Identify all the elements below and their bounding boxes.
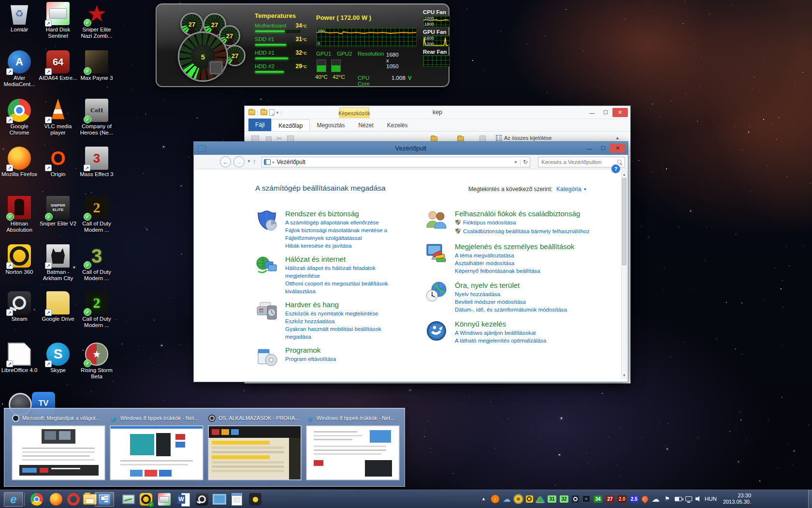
taskbar-preview[interactable]: OS, ALKALMAZÁSOK - PROHA... [208,413,302,482]
taskbar-app-cpanel[interactable] [95,492,114,507]
show-desktop-button[interactable] [808,490,812,508]
category-link[interactable]: A látható megjelenítés optimalizálása [455,337,546,344]
action-center-flag-icon[interactable]: ⚑ [663,495,671,503]
desktop-icon-skype[interactable]: S↗Skype [39,343,77,374]
steam-tray-icon[interactable] [572,495,579,503]
cp-titlebar[interactable]: Vezérlőpult — ☐ ✕ [194,142,628,155]
taskbar-app-photo[interactable] [210,492,229,507]
breadcrumb-location[interactable]: Vezérlőpult [277,159,305,165]
desktop-icon-aida64-extre[interactable]: 64↗AIDA64 Extre... [39,50,77,81]
ribbon-collapse-icon[interactable]: ▲ [615,135,620,140]
sensor-badge-31[interactable]: 31 [548,495,556,503]
up-button[interactable]: ↑ [253,158,256,165]
taskbar-preview[interactable]: eWindows 8 tippek-trükkök - Net... [110,413,204,482]
hidden-icons-chevron-icon[interactable]: ▲ [479,495,488,503]
desktop-icon-libreoffice-4-0[interactable]: ↗LibreOffice 4.0 [0,343,39,374]
forward-button[interactable]: → [233,156,245,167]
explorer-titlebar[interactable]: | ▾ | Képeszközök kep — ☐ ✕ [245,106,630,119]
desktop-icon-mass-effect-3[interactable]: 3↗Mass Effect 3 [77,147,116,178]
category-link[interactable]: Családbiztonság beállítása bármely felha… [455,227,589,236]
desktop-icon-steam[interactable]: ↗Steam [0,291,39,322]
clock[interactable]: 23:302013.05.30. [723,493,751,505]
taskbar-app-misc[interactable] [246,492,265,507]
desktop-icon-lomt-r[interactable]: ♻Lomtár [0,2,39,33]
upload-tray-icon[interactable]: ↑ [491,495,499,503]
desktop-icon-google-chrome[interactable]: ↗Google Chrome [0,99,39,135]
help-button[interactable]: ? [611,164,620,173]
category-link[interactable]: Fióktípus módosítása [455,219,589,227]
norton-tray-icon[interactable] [526,495,533,503]
desktop-icon-call-of-duty-modern[interactable]: 3✓Call of Duty Modern ... [77,244,116,281]
category-link[interactable]: A számítógép állapotának ellenőrzése [285,219,400,226]
tab-fájl[interactable]: Fájl [248,119,271,131]
category-link[interactable]: Beviteli módszer módosítása [455,298,567,306]
category-title[interactable]: Felhasználói fiókok és családbiztonság [455,209,589,219]
vertical-scrollbar[interactable]: ▲ ▼ [621,171,627,379]
search-input[interactable] [540,159,617,165]
search-icon[interactable] [617,160,623,165]
language-indicator[interactable]: HUN [705,495,717,503]
select-all-button[interactable]: Az összes kijelölése [496,135,551,141]
minimize-button[interactable]: — [583,144,596,153]
desktop-icon-sniper-elite-nazi-zomb[interactable]: ★✓Sniper Elite Nazi Zomb... [77,2,116,39]
category-link[interactable]: A Windows ajánljon beállításokat [455,329,546,337]
desktop-icon-call-of-duty-modern[interactable]: 2✓Call of Duty Modern ... [77,291,116,328]
desktop-icon-norton-360[interactable]: ↗Norton 360 [0,244,39,275]
taskbar-app-steam[interactable] [192,492,212,507]
taskbar-preview[interactable]: eWindows 8 tippek-trükkök - Net... [306,413,400,482]
category-link[interactable]: Képernyő felbontásának beállítása [455,267,575,275]
category-link[interactable]: Eszköz hozzáadása [285,317,400,325]
minimize-button[interactable]: — [585,108,599,117]
cloud-tray-icon[interactable]: ☁ [503,495,511,503]
taskbar-app-perfmon[interactable] [119,492,138,507]
picasa-tray-icon[interactable] [514,495,522,503]
refresh-icon[interactable]: ↻ [523,159,528,165]
monitor-graph-tray-icon[interactable]: ≈ [582,495,590,502]
taskbar-app-notepad[interactable] [227,492,246,507]
desktop-icon-batman-arkham-city[interactable]: ↗Batman - Arkham City [39,244,77,281]
category-title[interactable]: Rendszer és biztonság [285,209,400,219]
category-title[interactable]: Hardver és hang [285,300,400,310]
drop-tray-icon[interactable] [640,494,649,503]
desktop-icon-hard-disk-sentinel[interactable]: ↗Hard Disk Sentinel [39,2,77,39]
google-drive-tray-icon[interactable] [536,496,544,502]
close-button[interactable]: ✕ [612,108,628,117]
category-link[interactable]: Fájlok biztonsági másolatának mentése a … [285,226,400,242]
category-link[interactable]: Hálózati állapot és hálózati feladatok m… [285,264,400,280]
category-title[interactable]: Könnyű kezelés [455,319,546,329]
sensor-badge-32[interactable]: 32 [560,495,568,503]
sensor-badge-2.0[interactable]: 2.0 [618,495,626,503]
desktop-icon-google-drive[interactable]: ↗Google Drive [39,291,77,322]
category-link[interactable]: Dátum-, idő, és számformátumok módosítás… [455,306,567,314]
back-button[interactable]: ← [220,156,231,167]
volume-tray-icon[interactable] [696,496,701,502]
category-title[interactable]: Megjelenés és személyes beállítások [455,242,575,252]
category-link[interactable]: Hibák keresése és javítása [285,242,400,250]
scroll-up-icon[interactable]: ▲ [622,171,627,178]
category-title[interactable]: Hálózat és internet [285,254,400,264]
network-tray-icon[interactable] [685,496,692,501]
taskbar-app-norton[interactable] [136,492,156,507]
scrollbar-thumb[interactable] [622,178,626,265]
desktop-icon-company-of-heroes-ne[interactable]: CoH✓Company of Heroes (Ne... [77,99,116,135]
category-link[interactable]: A téma megváltoztatása [455,252,575,259]
sensor-badge-2.5[interactable]: 2.5 [630,495,638,503]
cloud-tray-icon[interactable]: ☁ [652,495,660,503]
desktop-icon-sniper-elite-v2[interactable]: SNIPER ELITE✓Sniper Elite V2 [39,196,77,227]
desktop-icon-max-payne-3[interactable]: ✓Max Payne 3 [77,50,116,81]
category-link[interactable]: Nyelv hozzáadása [455,290,567,298]
view-by-dropdown[interactable]: Kategória ▼ [556,186,587,193]
preview-thumbnail[interactable] [306,426,399,480]
taskbar-preview[interactable]: Microsoft: Megtanítjuk a világot... [12,413,106,482]
desktop-icon-aver-mediacent[interactable]: A↗AVer MediaCent... [0,50,39,87]
preview-thumbnail[interactable] [208,426,301,480]
scroll-down-icon[interactable]: ▼ [622,372,627,378]
category-link[interactable]: Otthoni csoport és megosztási beállításo… [285,280,400,295]
close-button[interactable]: ✕ [610,144,625,153]
maximize-button[interactable]: ☐ [599,108,612,117]
taskbar-app-ie[interactable]: e [4,492,23,507]
breadcrumb-dropdown-icon[interactable]: ▼ [514,160,518,164]
category-title[interactable]: Programok [285,345,336,355]
sensor-badge-34[interactable]: 34 [594,495,602,503]
power-tray-icon[interactable] [675,497,682,501]
